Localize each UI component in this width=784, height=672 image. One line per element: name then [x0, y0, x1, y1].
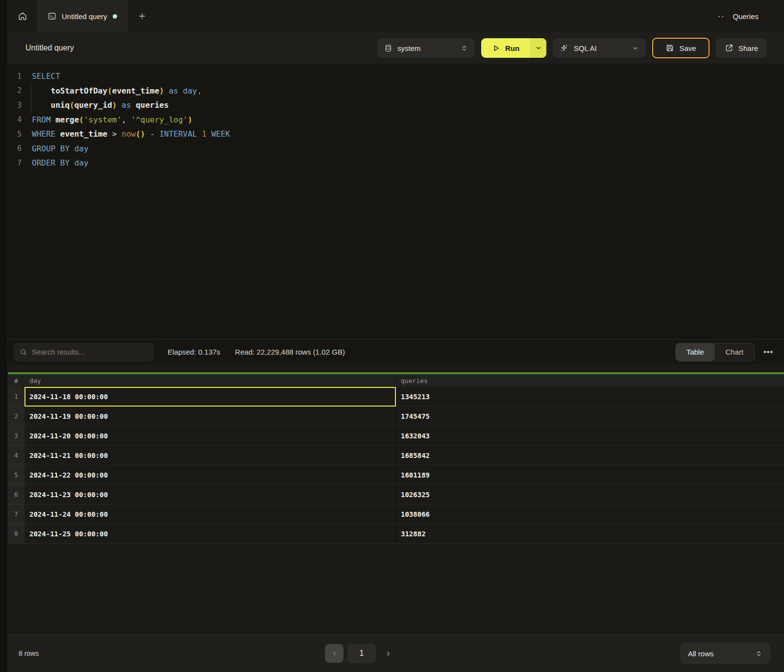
table-row: 12024-11-18 00:00:001345213 — [8, 387, 784, 407]
row-index: 7 — [8, 504, 24, 524]
results-search-input[interactable] — [32, 348, 148, 356]
database-icon — [384, 44, 392, 52]
table-row: 72024-11-24 00:00:001038066 — [8, 504, 784, 524]
new-tab-button[interactable] — [128, 0, 156, 32]
cell-day[interactable]: 2024-11-19 00:00:00 — [24, 407, 396, 426]
code-line[interactable]: 5WHERE event_time > now() - INTERVAL 1 W… — [8, 127, 784, 142]
cell-day[interactable]: 2024-11-25 00:00:00 — [24, 524, 396, 544]
database-select-value: system — [397, 44, 456, 52]
code-text: toStartOfDay(event_time) as day, — [32, 86, 202, 96]
cell-queries[interactable]: 1632043 — [396, 426, 784, 446]
cell-queries[interactable]: 1601189 — [396, 465, 784, 485]
database-select[interactable]: system — [377, 38, 475, 58]
line-number: 4 — [8, 115, 22, 124]
results-footer: 8 rows 1 All rows — [8, 634, 784, 672]
code-text: ORDER BY day — [32, 158, 89, 168]
cell-day[interactable]: 2024-11-23 00:00:00 — [24, 485, 396, 504]
save-button-label: Save — [679, 44, 696, 52]
more-options-icon[interactable]: ·· — [718, 12, 725, 21]
tab-chart-view[interactable]: Chart — [715, 343, 755, 361]
sql-editor[interactable]: 1SELECT2 toStartOfDay(event_time) as day… — [8, 64, 784, 339]
line-number: 1 — [8, 72, 22, 81]
row-count: 8 rows — [19, 649, 39, 657]
pagination: 1 — [325, 644, 396, 663]
cell-day[interactable]: 2024-11-20 00:00:00 — [24, 426, 396, 446]
column-header-queries[interactable]: queries — [396, 377, 784, 384]
code-line[interactable]: 1SELECT — [8, 69, 784, 84]
line-number: 2 — [8, 86, 22, 95]
row-index: 3 — [8, 426, 24, 446]
plus-icon — [138, 12, 147, 21]
save-icon — [665, 44, 674, 52]
current-page-button[interactable]: 1 — [347, 644, 376, 663]
cell-queries[interactable]: 1345213 — [396, 387, 784, 407]
unsaved-indicator-dot — [113, 14, 117, 19]
table-rows: 12024-11-18 00:00:00134521322024-11-19 0… — [8, 387, 784, 544]
table-row: 82024-11-25 00:00:00312882 — [8, 524, 784, 544]
sparkle-icon — [560, 44, 568, 52]
cell-queries[interactable]: 1026325 — [396, 485, 784, 504]
chevron-down-icon — [632, 45, 639, 52]
updown-chevron-icon — [755, 650, 762, 657]
table-header: # day queries — [8, 374, 784, 387]
run-button[interactable]: Run — [481, 38, 546, 58]
cell-day[interactable]: 2024-11-21 00:00:00 — [24, 446, 396, 465]
cell-day[interactable]: 2024-11-22 00:00:00 — [24, 465, 396, 485]
code-line[interactable]: 6GROUP BY day — [8, 142, 784, 156]
rows-per-page-select[interactable]: All rows — [680, 643, 770, 664]
code-text: uniq(query_id) as queries — [32, 100, 169, 110]
home-icon — [18, 11, 27, 21]
query-toolbar: Untitled query system Run — [8, 32, 784, 64]
terminal-icon — [48, 12, 56, 21]
row-index: 4 — [8, 446, 24, 465]
sql-ai-button[interactable]: SQL AI — [553, 38, 646, 58]
code-line[interactable]: 4FROM merge('system', '^query_log') — [8, 113, 784, 127]
row-index: 2 — [8, 407, 24, 426]
run-options-button[interactable] — [530, 38, 546, 58]
column-header-day[interactable]: day — [24, 377, 396, 384]
home-button[interactable] — [8, 0, 37, 32]
search-icon — [20, 348, 27, 356]
queries-button[interactable]: Queries — [733, 12, 759, 21]
row-index: 5 — [8, 465, 24, 485]
table-row: 22024-11-19 00:00:001745475 — [8, 407, 784, 426]
next-page-button[interactable] — [380, 644, 396, 663]
previous-page-button[interactable] — [325, 644, 343, 663]
table-row: 62024-11-23 00:00:001026325 — [8, 485, 784, 504]
row-index: 6 — [8, 485, 24, 504]
tab-table-view[interactable]: Table — [676, 343, 715, 361]
tab-label: Untitled query — [62, 12, 107, 21]
code-line[interactable]: 7ORDER BY day — [8, 156, 784, 170]
code-text: WHERE event_time > now() - INTERVAL 1 WE… — [32, 129, 230, 139]
row-index: 8 — [8, 524, 24, 544]
left-rail — [0, 0, 8, 672]
code-lines: 1SELECT2 toStartOfDay(event_time) as day… — [8, 69, 784, 170]
cell-queries[interactable]: 312882 — [396, 524, 784, 544]
table-row: 52024-11-22 00:00:001601189 — [8, 465, 784, 485]
share-button-label: Share — [738, 44, 758, 52]
line-number: 5 — [8, 130, 22, 139]
selected-cell-day[interactable]: 2024-11-18 00:00:00 — [24, 387, 396, 407]
cell-day[interactable]: 2024-11-24 00:00:00 — [24, 504, 396, 524]
cell-queries[interactable]: 1685842 — [396, 446, 784, 465]
column-header-index: # — [8, 377, 24, 384]
share-button[interactable]: Share — [716, 38, 767, 58]
line-number: 3 — [8, 101, 22, 110]
cell-queries[interactable]: 1038066 — [396, 504, 784, 524]
cell-queries[interactable]: 1745475 — [396, 407, 784, 426]
rows-per-page-value: All rows — [688, 649, 755, 658]
tab-untitled-query[interactable]: Untitled query — [37, 0, 128, 32]
view-toggle: Table Chart — [675, 343, 755, 361]
chevron-left-icon — [331, 650, 338, 657]
code-line[interactable]: 3 uniq(query_id) as queries — [8, 98, 784, 113]
play-icon — [492, 44, 500, 52]
results-panel: # day queries 12024-11-18 00:00:00134521… — [8, 364, 784, 634]
results-more-icon[interactable]: ••• — [763, 348, 773, 357]
save-button[interactable]: Save — [652, 38, 710, 58]
share-external-icon — [725, 44, 734, 52]
row-index: 1 — [8, 387, 24, 407]
code-line[interactable]: 2 toStartOfDay(event_time) as day, — [8, 84, 784, 98]
results-toolbar: Elapsed: 0.137s Read: 22,229,488 rows (1… — [8, 339, 784, 364]
updown-chevron-icon — [461, 45, 468, 52]
results-search[interactable] — [14, 343, 154, 361]
